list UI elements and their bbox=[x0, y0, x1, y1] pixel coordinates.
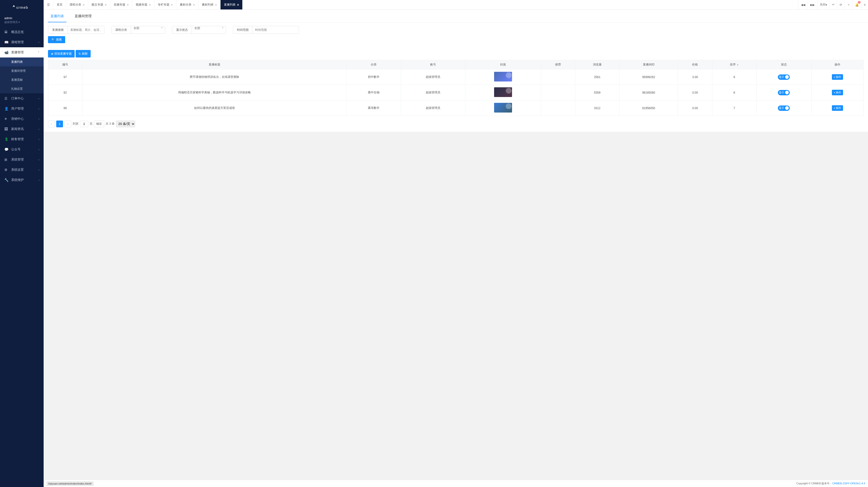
refresh-button[interactable]: ↻刷新 bbox=[75, 50, 91, 57]
sidebar-item-2[interactable]: 📹直播管理˅ bbox=[0, 47, 43, 57]
page-prev-button[interactable]: ‹ bbox=[48, 120, 55, 127]
pagination-page-unit: 页 bbox=[90, 122, 93, 126]
cell-0-7: 95999262 bbox=[619, 69, 678, 85]
cover-thumbnail[interactable] bbox=[494, 87, 512, 97]
page-next-button[interactable]: › bbox=[64, 120, 71, 127]
sidebar-subitem-2-2[interactable]: 直播贡献 bbox=[0, 76, 43, 84]
page-confirm-button[interactable]: 确定 bbox=[94, 120, 104, 127]
tab-next-icon[interactable]: ▶▶ bbox=[808, 0, 817, 9]
close-icon[interactable]: ⊗ bbox=[237, 3, 239, 6]
close-icon[interactable]: ⊗ bbox=[149, 3, 151, 6]
cover-thumbnail[interactable] bbox=[494, 72, 512, 82]
add-live-button[interactable]: ⊕添加直播专题 bbox=[48, 50, 74, 57]
chevron-left-icon: ‹ bbox=[38, 138, 39, 141]
inner-tab-room[interactable]: 直播间管理 bbox=[72, 10, 94, 22]
top-tab-3[interactable]: 音频专题⊗ bbox=[110, 0, 132, 9]
sidebar-item-6[interactable]: 🖼新闻资讯‹ bbox=[0, 124, 43, 134]
bank-icon: 🏛 bbox=[4, 30, 9, 34]
list-icon: ☰ bbox=[4, 96, 9, 101]
svg-point-0 bbox=[13, 5, 14, 6]
tab-prev-icon[interactable]: ◀◀ bbox=[798, 0, 808, 9]
sidebar-item-1[interactable]: 📖课程管理‹ bbox=[0, 37, 43, 47]
time-input[interactable] bbox=[253, 26, 299, 33]
page-number-button[interactable]: 1 bbox=[56, 120, 63, 127]
filter-search-label: 直播搜索 bbox=[48, 26, 68, 33]
column-header-8: 价格 bbox=[678, 60, 712, 69]
chevron-left-icon: ‹ bbox=[38, 41, 39, 44]
sort-icon[interactable]: ▲▼ bbox=[737, 63, 739, 66]
state-toggle[interactable]: 显示 bbox=[778, 75, 790, 80]
filter-status-label: 显示状态 bbox=[172, 26, 192, 33]
close-icon[interactable]: ⊗ bbox=[105, 3, 106, 6]
sidebar-subitem-2-1[interactable]: 直播间管理 bbox=[0, 66, 43, 76]
chevron-left-icon: ‹ bbox=[38, 148, 39, 151]
sidebar-item-0[interactable]: 🏛概况总览 bbox=[0, 27, 43, 37]
top-tab-6[interactable]: 素材分类⊗ bbox=[177, 0, 198, 9]
more-icon[interactable]: ≡ bbox=[861, 0, 868, 9]
add-tab-icon[interactable]: ＋ bbox=[844, 0, 852, 9]
status-select[interactable]: 全部▾ bbox=[192, 26, 226, 33]
sidebar-item-7[interactable]: 💲财务管理‹ bbox=[0, 134, 43, 144]
top-tab-4[interactable]: 视频专题⊗ bbox=[132, 0, 154, 9]
state-toggle[interactable]: 显示 bbox=[778, 106, 790, 111]
search-button[interactable]: 🔍搜索 bbox=[48, 36, 65, 43]
sidebar-item-4[interactable]: 👤用户管理‹ bbox=[0, 104, 43, 114]
sidebar-item-3[interactable]: ☰订单中心‹ bbox=[0, 93, 43, 104]
undo-icon[interactable]: ↶ bbox=[830, 0, 837, 9]
plus-circle-icon: ⊕ bbox=[51, 52, 53, 56]
top-tab-0[interactable]: 首页 bbox=[53, 0, 66, 9]
wrench-icon: 🔧 bbox=[4, 178, 9, 182]
pagination: ‹ 1 › 到第 页 确定 共 3 条 20 条/页 bbox=[43, 119, 868, 132]
sidebar-item-8[interactable]: 💬公众号‹ bbox=[0, 144, 43, 154]
menu-toggle-icon[interactable]: ☰ bbox=[43, 0, 53, 9]
sidebar-item-5[interactable]: ✈营销中心‹ bbox=[0, 114, 43, 124]
cover-thumbnail[interactable] bbox=[494, 103, 512, 113]
column-header-6: 浏览量 bbox=[575, 60, 619, 69]
close-icon[interactable]: ⊗ bbox=[127, 3, 129, 6]
sidebar-subitem-2-3[interactable]: 礼物设置 bbox=[0, 84, 43, 93]
cell-1-0: 92 bbox=[48, 85, 83, 101]
user-role[interactable]: 超级管理员 ▾ bbox=[4, 20, 39, 24]
top-tab-8[interactable]: 直播列表⊗ bbox=[220, 0, 243, 9]
version-link[interactable]: CRMEB-ZSFF-OPENv1.4.4 bbox=[832, 482, 865, 485]
top-tab-7[interactable]: 素材列表⊗ bbox=[198, 0, 220, 9]
top-tab-1[interactable]: 课程分类⊗ bbox=[66, 0, 88, 9]
column-header-4: 封面 bbox=[465, 60, 541, 69]
sidebar-item-10[interactable]: ⚙系统设置‹ bbox=[0, 165, 43, 175]
page-size-select[interactable]: 20 条/页 bbox=[116, 120, 135, 127]
cell-0-0: 97 bbox=[48, 69, 83, 85]
cell-1-11: 操作 bbox=[811, 85, 863, 101]
category-select[interactable]: 全部▾ bbox=[131, 26, 165, 33]
main: ☰ 首页课程分类⊗图文专题⊗音频专题⊗视频专题⊗专栏专题⊗素材分类⊗素材列表⊗直… bbox=[43, 0, 868, 487]
cell-0-2: 初中数学 bbox=[346, 69, 401, 85]
close-dropdown[interactable]: 关闭 ▾ bbox=[817, 0, 830, 9]
cell-1-1: 用编程语言探索科学奥秘，数据科学与机器学习详细攻略 bbox=[83, 85, 347, 101]
chevron-left-icon: ‹ bbox=[38, 169, 39, 171]
search-input[interactable] bbox=[68, 26, 104, 33]
grid-icon: ⊞ bbox=[4, 157, 9, 162]
top-tab-5[interactable]: 专栏专题⊗ bbox=[154, 0, 177, 9]
search-icon: 🔍 bbox=[51, 38, 55, 41]
cell-1-6: 5359 bbox=[575, 85, 619, 101]
close-icon[interactable]: ⊗ bbox=[171, 3, 173, 6]
footer: kaiyuan.net/admin/index/index.html# Copy… bbox=[43, 480, 868, 487]
sidebar-item-11[interactable]: 🔧系统维护‹ bbox=[0, 175, 43, 185]
inner-tabs: 直播列表 直播间管理 bbox=[43, 10, 868, 23]
bell-icon[interactable]: 🔔0 bbox=[852, 0, 861, 9]
row-action-button[interactable]: 操作 bbox=[832, 105, 843, 111]
sidebar-subitem-2-0[interactable]: 直播列表 bbox=[0, 57, 43, 66]
inner-tab-list[interactable]: 直播列表 bbox=[48, 10, 66, 22]
column-header-1: 直播标题 bbox=[83, 60, 347, 69]
refresh-icon[interactable]: ⟳ bbox=[837, 0, 844, 9]
filter-time-label: 时间范围 bbox=[233, 26, 253, 33]
page-input[interactable] bbox=[80, 121, 88, 127]
state-toggle[interactable]: 显示 bbox=[778, 90, 790, 95]
close-icon[interactable]: ⊗ bbox=[215, 3, 217, 6]
top-tab-2[interactable]: 图文专题⊗ bbox=[88, 0, 110, 9]
close-icon[interactable]: ⊗ bbox=[83, 3, 85, 6]
row-action-button[interactable]: 操作 bbox=[832, 74, 843, 80]
sidebar-item-9[interactable]: ⊞系统管理‹ bbox=[0, 154, 43, 165]
close-icon[interactable]: ⊗ bbox=[193, 3, 195, 6]
send-icon: ✈ bbox=[4, 117, 9, 121]
row-action-button[interactable]: 操作 bbox=[832, 90, 843, 95]
